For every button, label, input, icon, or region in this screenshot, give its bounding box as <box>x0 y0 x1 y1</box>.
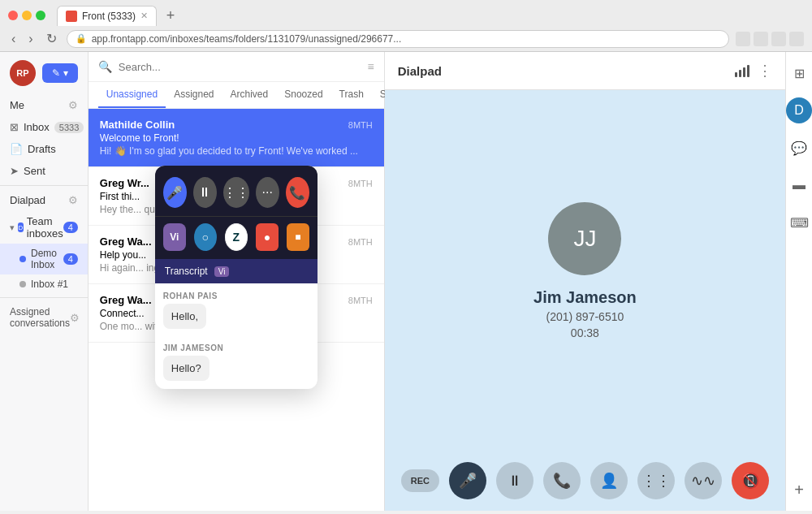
keypad-action-button[interactable]: ⋮⋮ <box>637 462 675 499</box>
app: RP ✎ ▾ Me ⚙ ⊠ Inbox 5333 📄 Drafts ➤ Sent… <box>0 52 812 511</box>
signal-icon <box>735 65 749 77</box>
assigned-conv-settings-icon[interactable]: ⚙ <box>70 312 80 324</box>
conv-name-0: Mathilde Collin <box>100 119 175 131</box>
end-action-button[interactable]: 📵 <box>732 462 769 499</box>
address-bar: ‹ › ↻ 🔒 app.frontapp.com/inboxes/teams/f… <box>0 26 812 51</box>
conv-name-3: Greg Wa... <box>100 294 152 306</box>
url-text: app.frontapp.com/inboxes/teams/folders/1… <box>92 33 402 45</box>
iconbar-message[interactable]: 💬 <box>786 135 812 161</box>
settings-icon[interactable]: ⚙ <box>68 99 78 111</box>
red-app-icon[interactable]: ● <box>256 223 279 251</box>
divider-2 <box>0 297 88 298</box>
inbox-count: 5333 <box>54 122 84 133</box>
sidebar-item-dialpad[interactable]: Dialpad ⚙ <box>0 189 88 211</box>
more-action-button[interactable]: ∿∿ <box>685 462 722 499</box>
conv-time-1: 8MTH <box>348 179 373 188</box>
avatar[interactable]: RP <box>10 60 36 86</box>
extensions <box>736 32 804 46</box>
end-call-button[interactable]: 📞 <box>286 177 309 208</box>
conversation-item-0[interactable]: Mathilde Collin 8MTH Welcome to Front! H… <box>89 109 384 167</box>
compose-chevron: ▾ <box>63 67 68 79</box>
ext-icon-1 <box>736 32 750 46</box>
search-input[interactable] <box>119 61 361 73</box>
tab-snoozed[interactable]: Snoozed <box>276 82 330 108</box>
sidebar-item-drafts[interactable]: 📄 Drafts <box>0 138 88 160</box>
conv-time-0: 8MTH <box>348 120 373 130</box>
mute-button[interactable]: 🎤 <box>163 177 187 208</box>
tab-favicon <box>66 11 77 22</box>
zendesk-app-icon[interactable]: Z <box>225 223 248 251</box>
transfer-button[interactable]: 📞 <box>543 462 581 499</box>
sidebar: RP ✎ ▾ Me ⚙ ⊠ Inbox 5333 📄 Drafts ➤ Sent… <box>0 52 89 511</box>
vi-app-icon[interactable]: Vi <box>163 223 186 251</box>
tab-unassigned[interactable]: Unassigned <box>98 82 166 108</box>
dialpad-body: JJ Jim Jameson (201) 897-6510 00:38 <box>385 90 785 451</box>
dialpad-header-icons: ⋮ <box>735 62 772 80</box>
hold-button[interactable]: ⏸ <box>193 177 217 208</box>
orange-app-icon[interactable]: ■ <box>287 223 309 251</box>
close-button[interactable] <box>8 11 18 20</box>
conv-time-3: 8MTH <box>348 296 373 305</box>
dialpad-more-icon[interactable]: ⋮ <box>758 62 772 80</box>
transcript-body: ROHAN PAIS Hello, JIM JAMESON Hello? <box>155 283 317 389</box>
sidebar-item-inbox[interactable]: ⊠ Inbox 5333 <box>0 116 88 138</box>
transcript-header: Transcript Vi <box>155 259 317 283</box>
transcript-label: Transcript <box>165 266 208 277</box>
mute-action-button[interactable]: 🎤 <box>449 462 486 499</box>
iconbar-chat[interactable]: ▬ <box>786 172 812 198</box>
inbox-tabs: Unassigned Assigned Archived Snoozed Tra… <box>89 82 384 109</box>
add-caller-button[interactable]: 👤 <box>590 462 628 499</box>
browser-chrome: Front (5333) ✕ + ‹ › ↻ 🔒 app.frontapp.co… <box>0 0 812 52</box>
inbox-label: Inbox <box>24 121 50 133</box>
keypad-button[interactable]: ⋮⋮ <box>223 177 249 208</box>
tab-bar: Front (5333) ✕ + <box>0 0 812 26</box>
tab-archived[interactable]: Archived <box>222 82 277 108</box>
inbox-icon: ⊠ <box>10 121 19 133</box>
iconbar-keyboard[interactable]: ⌨ <box>786 209 812 235</box>
jim-message: Hello? <box>163 356 209 381</box>
conv-name-1: Greg Wr... <box>100 177 149 189</box>
back-button[interactable]: ‹ <box>8 30 19 48</box>
caller-avatar: JJ <box>548 202 621 275</box>
conv-name-2: Greg Wa... <box>100 235 152 248</box>
compose-button[interactable]: ✎ ▾ <box>42 63 78 83</box>
filter-icon[interactable]: ≡ <box>368 60 374 73</box>
minimize-button[interactable] <box>22 11 32 20</box>
sidebar-header: RP ✎ ▾ <box>0 52 88 94</box>
sidebar-item-team-inboxes[interactable]: ▾ D Team inboxes 4 <box>0 211 88 244</box>
rohan-speaker: ROHAN PAIS <box>163 292 309 300</box>
active-tab[interactable]: Front (5333) ✕ <box>57 6 157 26</box>
more-button[interactable]: ··· <box>256 177 279 208</box>
tab-close-icon[interactable]: ✕ <box>140 11 148 21</box>
forward-button[interactable]: › <box>25 30 36 48</box>
ext-icon-2 <box>754 32 768 46</box>
record-button[interactable]: REC <box>401 469 439 492</box>
maximize-button[interactable] <box>36 11 45 20</box>
sidebar-item-assigned-conversations[interactable]: Assigned conversations ⚙ <box>0 301 88 334</box>
reload-button[interactable]: ↻ <box>43 29 60 48</box>
app-integrations-row: Vi ○ Z ● ■ <box>155 216 317 259</box>
tab-trash[interactable]: Trash <box>331 82 372 108</box>
sidebar-item-demo-inbox[interactable]: Demo Inbox 4 <box>0 244 88 274</box>
conv-preview-0: Hi! 👋 I'm so glad you decided to try Fro… <box>100 145 373 157</box>
sent-label: Sent <box>24 165 78 177</box>
iconbar-grid[interactable]: ⊞ <box>786 60 812 86</box>
dialpad-label: Dialpad <box>10 194 45 206</box>
iconbar-add[interactable]: + <box>786 477 812 503</box>
dialpad-settings-icon[interactable]: ⚙ <box>68 194 78 206</box>
team-inboxes-icon: D <box>18 222 24 232</box>
team-inboxes-label: Team inboxes <box>27 215 63 240</box>
iconbar-d[interactable]: D <box>786 97 812 123</box>
tab-assigned[interactable]: Assigned <box>166 82 222 108</box>
demo-inbox-dot <box>19 256 26 262</box>
circle-app-icon[interactable]: ○ <box>194 223 217 251</box>
lock-icon: 🔒 <box>76 33 87 44</box>
new-tab-button[interactable]: + <box>160 5 181 26</box>
pause-action-button[interactable]: ⏸ <box>496 462 533 499</box>
traffic-lights <box>8 11 45 20</box>
inbox-panel: 🔍 ≡ Unassigned Assigned Archived Snoozed… <box>89 52 385 511</box>
sidebar-item-inbox1[interactable]: Inbox #1 <box>0 274 88 294</box>
sidebar-item-sent[interactable]: ➤ Sent <box>0 160 88 182</box>
demo-inbox-count: 4 <box>63 253 78 265</box>
url-bar[interactable]: 🔒 app.frontapp.com/inboxes/teams/folders… <box>67 30 729 48</box>
